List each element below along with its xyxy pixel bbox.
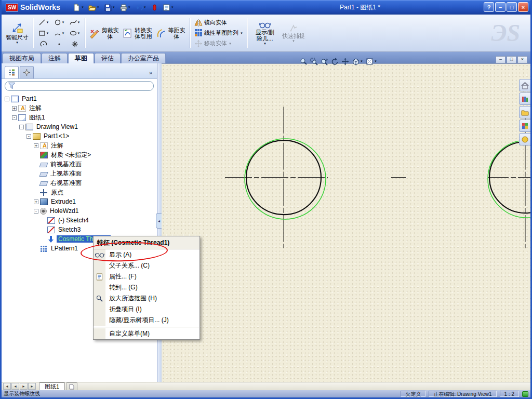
panel-overflow-chevron[interactable]: »	[149, 70, 155, 78]
tree-filter-input[interactable]	[17, 83, 150, 89]
linear-sketch-pattern-button[interactable]: 线性草图阵列 ▼	[193, 28, 245, 38]
zoom-in-out-button[interactable]	[320, 57, 329, 66]
spline-tool-button[interactable]: ▼	[67, 17, 83, 28]
hole-wizard-icon	[40, 208, 47, 215]
toolbar-separator	[85, 18, 86, 48]
tree-item-material[interactable]: 材质 <未指定>	[2, 150, 157, 159]
menu-item-customize-menu[interactable]: 自定义菜单(M)	[94, 328, 200, 339]
application-window: SW SolidWorks ▼ ▼ ▼ ▼ ▼	[0, 0, 532, 399]
menu-item-properties[interactable]: 属性... (F)	[94, 271, 200, 282]
tree-item-origin[interactable]: 原点	[2, 188, 157, 197]
solidworks-resources-tab[interactable]	[519, 79, 530, 91]
tree-item-extrude1[interactable]: +Extrude1	[2, 197, 157, 206]
zoom-area-button[interactable]	[310, 57, 318, 66]
tree-item-label: LPattern1	[49, 245, 79, 252]
point-tool-button[interactable]	[51, 38, 67, 49]
tab-evaluate[interactable]: 评估	[95, 53, 121, 63]
ellipse-tool-button[interactable]: ▼	[67, 28, 83, 38]
tree-item-part1-instance[interactable]: -Part1<1>	[2, 131, 157, 141]
add-sheet-tab[interactable]	[66, 382, 77, 390]
sheet1-tab[interactable]: 图纸1	[39, 382, 65, 390]
arc-tool-button[interactable]: ▼	[51, 28, 67, 38]
tree-item-annotations[interactable]: +注解	[2, 103, 157, 113]
menu-item-zoom-to-selection[interactable]: 放大所选范围 (H)	[94, 293, 200, 304]
tab-annotation[interactable]: 注解	[42, 53, 68, 63]
tree-item-sketch4[interactable]: (-) Sketch4	[2, 216, 157, 225]
tree-item-holewzd1[interactable]: -HoleWzd1	[2, 206, 157, 216]
tree-item-label: HoleWzd1	[48, 207, 80, 215]
custom-properties-tab[interactable]	[519, 133, 530, 145]
expander-icon[interactable]: -	[5, 97, 9, 101]
tab-office-products[interactable]: 办公室产品	[121, 53, 166, 63]
offset-entities-button[interactable]: 等距实体	[154, 16, 188, 50]
quick-tips-icon[interactable]	[522, 391, 528, 397]
open-button[interactable]: ▼	[87, 2, 101, 13]
first-sheet-button[interactable]: ◄	[3, 383, 11, 390]
tree-item-top-plane[interactable]: 上视基准面	[2, 169, 157, 178]
expander-icon[interactable]: -	[19, 125, 24, 129]
tree-filter-box[interactable]	[5, 81, 154, 91]
rotate-view-button[interactable]	[330, 57, 339, 66]
new-document-button[interactable]: ▼	[72, 2, 85, 13]
close-button[interactable]: ×	[518, 2, 528, 12]
save-button[interactable]: ▼	[103, 2, 116, 13]
featuremanager-tree-tab[interactable]	[5, 66, 19, 78]
pan-button[interactable]	[341, 57, 350, 66]
mirror-entities-button[interactable]: 镜向实体	[193, 18, 245, 28]
tree-item-sheet1[interactable]: -图纸1	[2, 113, 157, 122]
palette-tab[interactable]	[519, 119, 530, 132]
line-tool-button[interactable]: ▼	[36, 17, 51, 28]
tree-item-sketch3[interactable]: Sketch3	[2, 225, 157, 234]
tab-sketch[interactable]: 草图	[68, 53, 94, 63]
rectangle-tool-button[interactable]: ▼	[36, 28, 51, 38]
circle-tool-button[interactable]: ▼	[51, 17, 67, 28]
last-sheet-button[interactable]: ►	[28, 383, 36, 390]
convert-entities-button[interactable]: 转换实体引用	[121, 16, 154, 50]
menu-item-collapse-items[interactable]: 折叠项目 (I)	[94, 304, 200, 315]
expander-icon[interactable]: -	[26, 134, 31, 139]
menu-item-hide-show-tree-items[interactable]: 隐藏/显示树项目... (J)	[94, 315, 200, 326]
document-restore-button[interactable]: □	[507, 56, 516, 63]
view-orientation-button[interactable]: ▼	[351, 57, 364, 66]
expander-icon[interactable]: +	[12, 106, 17, 111]
polygon-tool-button[interactable]	[67, 38, 83, 49]
display-style-button[interactable]: ▼	[365, 57, 378, 66]
expander-icon[interactable]: +	[34, 143, 38, 148]
previous-sheet-button[interactable]: ◄	[11, 383, 19, 390]
expander-icon[interactable]: -	[12, 115, 17, 120]
tree-item-annotations-2[interactable]: +注解	[2, 141, 157, 150]
document-minimize-button[interactable]: –	[496, 56, 506, 63]
tree-item-right-plane[interactable]: 右视基准面	[2, 178, 157, 188]
menu-item-show[interactable]: 显示 (A)	[94, 249, 200, 260]
document-close-button[interactable]: ×	[517, 56, 527, 63]
menu-item-parent-child[interactable]: 父子关系... (C)	[94, 260, 200, 271]
red-indicator-icon[interactable]	[150, 2, 159, 13]
centerpoint-arc-tool-button[interactable]	[36, 38, 51, 49]
design-library-tab[interactable]	[519, 92, 530, 105]
maximize-button[interactable]: □	[507, 2, 517, 12]
view-orientation-icon	[352, 58, 360, 65]
graphics-area[interactable]	[162, 63, 530, 382]
zoom-to-fit-button[interactable]	[299, 57, 308, 66]
next-sheet-button[interactable]: ►	[20, 383, 28, 390]
quick-snaps-button: 快速捕捉 ▼	[280, 16, 307, 50]
tree-item-front-plane[interactable]: 前视基准面	[2, 159, 157, 169]
help-button[interactable]: ?	[484, 2, 494, 12]
smart-dimension-button[interactable]: 智能尺寸 ▼	[4, 16, 31, 50]
trim-entities-button[interactable]: 剪裁实体	[88, 16, 121, 50]
tab-view-layout[interactable]: 视图布局	[3, 53, 41, 63]
undo-button[interactable]: ▼	[134, 2, 148, 13]
expander-icon[interactable]: -	[34, 209, 38, 214]
expander-icon[interactable]: +	[34, 200, 38, 204]
tree-item-label: 注解	[28, 104, 43, 113]
display-delete-relations-button[interactable]: 显示/删除几... ▼	[250, 16, 280, 50]
point-icon	[56, 41, 63, 48]
minimize-button[interactable]: –	[495, 2, 506, 12]
options-button[interactable]: ▼	[162, 2, 175, 13]
propertymanager-tab[interactable]	[20, 66, 34, 78]
print-button[interactable]: ▼	[118, 2, 132, 13]
file-explorer-tab[interactable]	[519, 106, 530, 118]
tree-item-drawing-view1[interactable]: -Drawing View1	[2, 122, 157, 131]
menu-item-go-to[interactable]: 转到... (G)	[94, 282, 200, 293]
tree-item-part1[interactable]: -Part1	[2, 94, 157, 103]
